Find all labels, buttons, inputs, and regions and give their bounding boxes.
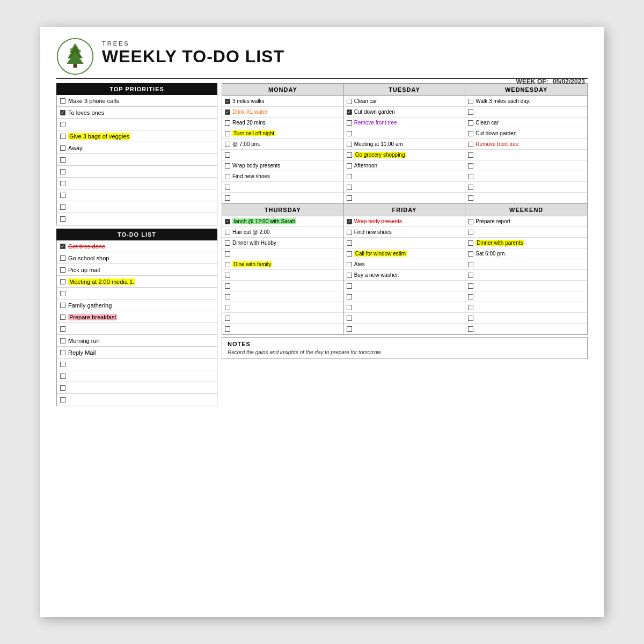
list-item[interactable]: Reply Mail <box>57 347 217 358</box>
checkbox[interactable] <box>225 131 230 136</box>
day-item[interactable] <box>222 281 343 291</box>
checkbox[interactable] <box>60 338 65 343</box>
list-item[interactable] <box>57 119 217 130</box>
checkbox[interactable] <box>60 122 65 127</box>
list-item[interactable]: Away. <box>57 142 217 154</box>
checkbox[interactable] <box>60 216 65 222</box>
checkbox[interactable] <box>347 185 352 190</box>
day-item[interactable]: Find new shoes <box>222 171 343 182</box>
day-item[interactable] <box>222 150 343 160</box>
checkbox[interactable] <box>60 255 65 261</box>
checkbox[interactable]: ✓ <box>225 219 230 224</box>
checkbox[interactable] <box>347 283 352 289</box>
list-item[interactable] <box>57 358 217 370</box>
checkbox[interactable] <box>225 305 230 310</box>
checkbox[interactable] <box>225 185 230 190</box>
checkbox[interactable] <box>60 397 65 402</box>
day-item[interactable]: Call for window estim <box>344 248 465 259</box>
checkbox[interactable] <box>347 240 352 246</box>
checkbox[interactable] <box>347 294 352 299</box>
day-item[interactable] <box>465 324 587 334</box>
checkbox[interactable] <box>347 305 352 310</box>
list-item[interactable] <box>57 189 217 201</box>
day-item[interactable] <box>222 270 343 281</box>
checkbox[interactable] <box>347 163 352 169</box>
checkbox[interactable] <box>60 374 65 379</box>
checkbox[interactable] <box>347 174 352 179</box>
checkbox[interactable] <box>468 326 473 332</box>
checkbox[interactable] <box>468 230 473 235</box>
day-item[interactable] <box>222 313 343 324</box>
checkbox[interactable]: ✓ <box>225 99 230 104</box>
checkbox[interactable] <box>468 109 473 115</box>
day-item[interactable] <box>344 193 465 203</box>
checkbox[interactable] <box>225 230 230 235</box>
checkbox[interactable] <box>347 120 352 126</box>
list-item[interactable]: ✓ To loves ones <box>57 107 217 119</box>
list-item[interactable] <box>57 166 217 178</box>
checkbox[interactable] <box>468 251 473 257</box>
checkbox[interactable] <box>225 326 230 332</box>
day-item[interactable] <box>344 281 465 291</box>
checkbox[interactable] <box>347 152 352 158</box>
list-item[interactable]: Family gathering <box>57 299 217 311</box>
day-item[interactable]: Wrap body presents <box>222 160 343 171</box>
checkbox[interactable] <box>225 283 230 289</box>
day-item[interactable] <box>465 182 587 193</box>
day-item[interactable]: Afternoon <box>344 160 465 171</box>
checkbox[interactable] <box>468 163 473 169</box>
checkbox[interactable] <box>60 267 65 273</box>
day-item[interactable] <box>344 313 465 324</box>
checkbox[interactable] <box>347 251 352 257</box>
day-item[interactable] <box>222 324 343 334</box>
day-item[interactable] <box>344 182 465 193</box>
checkbox[interactable] <box>468 283 473 289</box>
checkbox[interactable] <box>60 326 65 332</box>
checkbox[interactable] <box>60 279 65 284</box>
day-item[interactable] <box>465 281 587 291</box>
list-item[interactable]: Make 3 phone calls <box>57 95 217 107</box>
day-item[interactable]: Dine with family <box>222 259 343 270</box>
day-item[interactable] <box>465 270 587 281</box>
list-item[interactable]: Give 3 bags of veggies <box>57 130 217 142</box>
day-item[interactable] <box>465 291 587 302</box>
checkbox[interactable] <box>468 273 473 278</box>
checkbox[interactable] <box>468 142 473 147</box>
day-item[interactable]: Walk 3 miles each day. <box>465 96 587 107</box>
checkbox[interactable] <box>347 131 352 136</box>
day-item[interactable]: Dinner with parents <box>465 238 587 248</box>
checkbox[interactable] <box>225 174 230 179</box>
checkbox[interactable] <box>225 294 230 299</box>
checkbox[interactable] <box>225 142 230 147</box>
day-item[interactable]: Meeting at 11:00 am <box>344 139 465 150</box>
checkbox[interactable] <box>225 251 230 257</box>
checkbox[interactable] <box>468 219 473 224</box>
list-item[interactable] <box>57 213 217 225</box>
day-item[interactable] <box>465 193 587 203</box>
day-item[interactable] <box>465 160 587 171</box>
checkbox[interactable] <box>347 316 352 321</box>
checkbox[interactable] <box>60 181 65 186</box>
checkbox[interactable] <box>347 262 352 267</box>
checkbox[interactable] <box>347 273 352 278</box>
list-item[interactable] <box>57 394 217 406</box>
checkbox[interactable] <box>468 195 473 201</box>
day-item[interactable]: ✓3 miles walks <box>222 96 343 107</box>
checkbox[interactable]: ✓ <box>347 219 352 224</box>
checkbox[interactable] <box>60 350 65 355</box>
day-item[interactable] <box>344 171 465 182</box>
day-item[interactable] <box>344 291 465 302</box>
checkbox[interactable] <box>225 240 230 246</box>
checkbox[interactable] <box>60 385 65 391</box>
day-item[interactable]: Remove front tree <box>344 118 465 128</box>
day-item[interactable]: Buy a new washer. <box>344 270 465 281</box>
checkbox[interactable] <box>468 99 473 104</box>
checkbox[interactable] <box>468 185 473 190</box>
checkbox[interactable] <box>60 134 65 139</box>
day-item[interactable] <box>465 171 587 182</box>
checkbox[interactable] <box>468 240 473 246</box>
checkbox[interactable] <box>347 326 352 332</box>
list-item[interactable]: Prepare breakfast <box>57 311 217 323</box>
day-item[interactable]: Clean car <box>465 118 587 128</box>
checkbox[interactable] <box>468 262 473 267</box>
